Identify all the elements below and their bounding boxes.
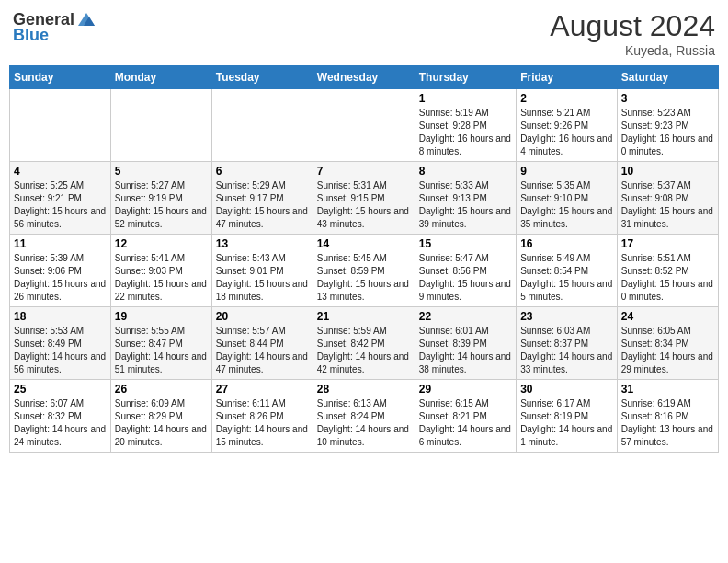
day-details: Sunrise: 5:27 AMSunset: 9:19 PMDaylight:… xyxy=(115,179,208,231)
calendar-cell: 26Sunrise: 6:09 AMSunset: 8:29 PMDayligh… xyxy=(110,380,211,453)
day-number: 28 xyxy=(317,383,411,396)
calendar-cell: 27Sunrise: 6:11 AMSunset: 8:26 PMDayligh… xyxy=(211,380,313,453)
day-number: 24 xyxy=(621,310,714,323)
day-details: Sunrise: 6:03 AMSunset: 8:37 PMDaylight:… xyxy=(520,325,613,376)
day-number: 12 xyxy=(115,237,208,250)
calendar-cell: 29Sunrise: 6:15 AMSunset: 8:21 PMDayligh… xyxy=(415,380,516,453)
calendar-cell: 15Sunrise: 5:47 AMSunset: 8:56 PMDayligh… xyxy=(415,235,516,307)
day-details: Sunrise: 5:49 AMSunset: 8:54 PMDaylight:… xyxy=(520,252,613,304)
dow-header-sunday: Sunday xyxy=(10,66,111,89)
calendar-cell: 10Sunrise: 5:37 AMSunset: 9:08 PMDayligh… xyxy=(617,162,718,235)
day-number: 27 xyxy=(216,383,309,396)
title-block: August 2024 Kuyeda, Russia xyxy=(550,9,715,58)
day-details: Sunrise: 5:23 AMSunset: 9:23 PMDaylight:… xyxy=(621,107,714,158)
day-number: 17 xyxy=(621,237,714,250)
location: Kuyeda, Russia xyxy=(550,43,715,58)
calendar-cell: 9Sunrise: 5:35 AMSunset: 9:10 PMDaylight… xyxy=(517,162,618,235)
calendar-cell: 23Sunrise: 6:03 AMSunset: 8:37 PMDayligh… xyxy=(517,307,618,380)
calendar-cell: 8Sunrise: 5:33 AMSunset: 9:13 PMDaylight… xyxy=(415,162,516,235)
day-details: Sunrise: 6:15 AMSunset: 8:21 PMDaylight:… xyxy=(419,397,512,449)
calendar-cell: 22Sunrise: 6:01 AMSunset: 8:39 PMDayligh… xyxy=(415,307,516,380)
day-number: 18 xyxy=(14,310,107,323)
day-details: Sunrise: 5:19 AMSunset: 9:28 PMDaylight:… xyxy=(419,107,512,158)
day-details: Sunrise: 5:33 AMSunset: 9:13 PMDaylight:… xyxy=(419,179,512,231)
day-number: 10 xyxy=(621,165,714,178)
day-details: Sunrise: 5:41 AMSunset: 9:03 PMDaylight:… xyxy=(115,252,208,304)
calendar-cell: 5Sunrise: 5:27 AMSunset: 9:19 PMDaylight… xyxy=(110,162,211,235)
calendar-cell: 30Sunrise: 6:17 AMSunset: 8:19 PMDayligh… xyxy=(517,380,618,453)
day-details: Sunrise: 5:57 AMSunset: 8:44 PMDaylight:… xyxy=(216,325,309,376)
calendar-cell: 21Sunrise: 5:59 AMSunset: 8:42 PMDayligh… xyxy=(313,307,415,380)
logo: General Blue xyxy=(13,9,97,45)
day-number: 8 xyxy=(419,165,512,178)
calendar-cell: 7Sunrise: 5:31 AMSunset: 9:15 PMDaylight… xyxy=(313,162,415,235)
calendar-cell: 28Sunrise: 6:13 AMSunset: 8:24 PMDayligh… xyxy=(313,380,415,453)
day-details: Sunrise: 6:19 AMSunset: 8:16 PMDaylight:… xyxy=(621,397,714,449)
calendar-cell: 31Sunrise: 6:19 AMSunset: 8:16 PMDayligh… xyxy=(617,380,718,453)
dow-header-tuesday: Tuesday xyxy=(211,66,313,89)
week-row-2: 4Sunrise: 5:25 AMSunset: 9:21 PMDaylight… xyxy=(10,162,719,235)
dow-header-thursday: Thursday xyxy=(415,66,516,89)
calendar-cell: 4Sunrise: 5:25 AMSunset: 9:21 PMDaylight… xyxy=(10,162,111,235)
day-number: 30 xyxy=(520,383,613,396)
day-number: 15 xyxy=(419,237,512,250)
day-number: 3 xyxy=(621,92,714,105)
dow-header-saturday: Saturday xyxy=(617,66,718,89)
day-number: 22 xyxy=(419,310,512,323)
day-number: 20 xyxy=(216,310,309,323)
week-row-3: 11Sunrise: 5:39 AMSunset: 9:06 PMDayligh… xyxy=(10,235,719,307)
day-number: 19 xyxy=(115,310,208,323)
calendar-table: SundayMondayTuesdayWednesdayThursdayFrid… xyxy=(9,65,719,453)
day-number: 13 xyxy=(216,237,309,250)
calendar-cell: 16Sunrise: 5:49 AMSunset: 8:54 PMDayligh… xyxy=(517,235,618,307)
day-details: Sunrise: 5:53 AMSunset: 8:49 PMDaylight:… xyxy=(14,325,107,376)
day-details: Sunrise: 5:31 AMSunset: 9:15 PMDaylight:… xyxy=(317,179,411,231)
day-details: Sunrise: 5:43 AMSunset: 9:01 PMDaylight:… xyxy=(216,252,309,304)
day-number: 2 xyxy=(520,92,613,105)
calendar-cell: 12Sunrise: 5:41 AMSunset: 9:03 PMDayligh… xyxy=(110,235,211,307)
page-header: General Blue August 2024 Kuyeda, Russia xyxy=(9,9,719,58)
day-of-week-row: SundayMondayTuesdayWednesdayThursdayFrid… xyxy=(10,66,719,89)
calendar-cell xyxy=(313,89,415,162)
day-details: Sunrise: 6:13 AMSunset: 8:24 PMDaylight:… xyxy=(317,397,411,449)
day-details: Sunrise: 5:45 AMSunset: 8:59 PMDaylight:… xyxy=(317,252,411,304)
day-number: 4 xyxy=(14,165,107,178)
day-number: 21 xyxy=(317,310,411,323)
day-details: Sunrise: 5:55 AMSunset: 8:47 PMDaylight:… xyxy=(115,325,208,376)
week-row-4: 18Sunrise: 5:53 AMSunset: 8:49 PMDayligh… xyxy=(10,307,719,380)
day-details: Sunrise: 5:35 AMSunset: 9:10 PMDaylight:… xyxy=(520,179,613,231)
calendar-cell: 24Sunrise: 6:05 AMSunset: 8:34 PMDayligh… xyxy=(617,307,718,380)
day-number: 31 xyxy=(621,383,714,396)
day-details: Sunrise: 5:59 AMSunset: 8:42 PMDaylight:… xyxy=(317,325,411,376)
calendar-cell: 20Sunrise: 5:57 AMSunset: 8:44 PMDayligh… xyxy=(211,307,313,380)
day-details: Sunrise: 5:39 AMSunset: 9:06 PMDaylight:… xyxy=(14,252,107,304)
day-details: Sunrise: 5:51 AMSunset: 8:52 PMDaylight:… xyxy=(621,252,714,304)
day-number: 29 xyxy=(419,383,512,396)
day-details: Sunrise: 6:01 AMSunset: 8:39 PMDaylight:… xyxy=(419,325,512,376)
month-year: August 2024 xyxy=(550,9,715,43)
day-details: Sunrise: 6:05 AMSunset: 8:34 PMDaylight:… xyxy=(621,325,714,376)
day-details: Sunrise: 6:17 AMSunset: 8:19 PMDaylight:… xyxy=(520,397,613,449)
day-number: 23 xyxy=(520,310,613,323)
calendar-cell: 6Sunrise: 5:29 AMSunset: 9:17 PMDaylight… xyxy=(211,162,313,235)
logo-text-blue: Blue xyxy=(13,26,49,45)
calendar-cell: 3Sunrise: 5:23 AMSunset: 9:23 PMDaylight… xyxy=(617,89,718,162)
day-details: Sunrise: 5:37 AMSunset: 9:08 PMDaylight:… xyxy=(621,179,714,231)
day-number: 5 xyxy=(115,165,208,178)
calendar-cell: 11Sunrise: 5:39 AMSunset: 9:06 PMDayligh… xyxy=(10,235,111,307)
calendar-cell: 2Sunrise: 5:21 AMSunset: 9:26 PMDaylight… xyxy=(517,89,618,162)
calendar-cell xyxy=(211,89,313,162)
dow-header-wednesday: Wednesday xyxy=(313,66,415,89)
day-number: 7 xyxy=(317,165,411,178)
day-number: 16 xyxy=(520,237,613,250)
week-row-1: 1Sunrise: 5:19 AMSunset: 9:28 PMDaylight… xyxy=(10,89,719,162)
day-number: 25 xyxy=(14,383,107,396)
calendar-cell: 18Sunrise: 5:53 AMSunset: 8:49 PMDayligh… xyxy=(10,307,111,380)
calendar-cell: 17Sunrise: 5:51 AMSunset: 8:52 PMDayligh… xyxy=(617,235,718,307)
calendar-cell: 1Sunrise: 5:19 AMSunset: 9:28 PMDaylight… xyxy=(415,89,516,162)
day-number: 11 xyxy=(14,237,107,250)
logo-icon xyxy=(76,9,97,29)
dow-header-monday: Monday xyxy=(110,66,211,89)
calendar-cell: 13Sunrise: 5:43 AMSunset: 9:01 PMDayligh… xyxy=(211,235,313,307)
calendar-cell: 14Sunrise: 5:45 AMSunset: 8:59 PMDayligh… xyxy=(313,235,415,307)
